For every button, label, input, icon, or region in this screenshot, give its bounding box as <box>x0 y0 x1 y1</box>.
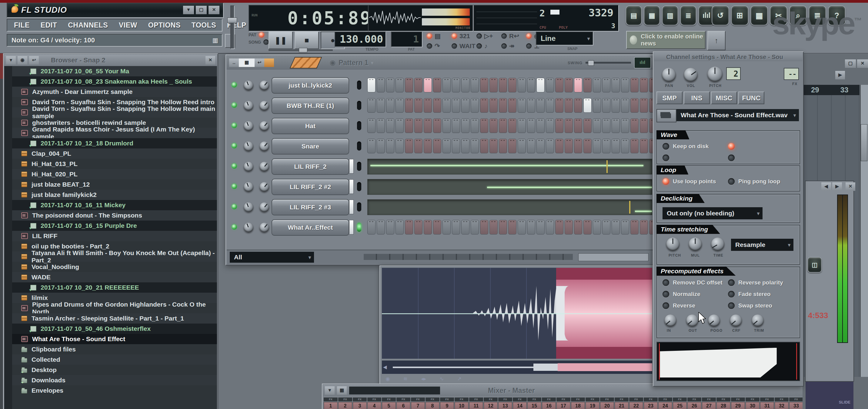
step-cell[interactable] <box>602 98 610 113</box>
step-cell[interactable] <box>630 98 639 113</box>
maximize-button[interactable]: ▢ <box>196 6 207 14</box>
mixer-strip[interactable]: FX32 <box>775 398 788 409</box>
channel-enable-led[interactable] <box>231 123 237 128</box>
browser-header[interactable]: ▾ ◉ ↩ Browser - Snap 2 ✕ <box>4 55 217 66</box>
pitch-range-display[interactable]: 2 <box>726 67 741 80</box>
mixer-strip[interactable]: FX20 <box>600 398 614 409</box>
step-cell[interactable] <box>461 119 469 133</box>
mixer-strip[interactable]: FX16 <box>542 398 556 409</box>
sequencer-header[interactable]: ‥ ▦ ↩ ◉ Pattern 1 ▾ SWING ılıl <box>227 56 654 70</box>
waveform-display[interactable] <box>382 268 652 359</box>
playlist-ruler[interactable]: 2933 <box>804 85 860 95</box>
list-item[interactable]: Tatyana Ali ft Will Smith - Boy You Knoc… <box>12 251 217 262</box>
step-cell[interactable] <box>593 139 601 153</box>
step-cell[interactable] <box>377 139 385 153</box>
restart-button[interactable]: ↺ <box>712 5 729 26</box>
list-item[interactable]: What Are Those - Sound Effect <box>12 334 217 344</box>
browser-close-button[interactable]: ✕ <box>206 56 215 65</box>
list-item[interactable]: The poisoned donut - The Simpsons <box>12 210 217 221</box>
step-cell[interactable] <box>612 98 620 113</box>
sample-file-selector[interactable]: What Are Those - Sound Effect.wav▾ <box>677 109 799 121</box>
step-cell[interactable] <box>433 139 441 153</box>
mixer-strip[interactable]: FX12 <box>484 398 498 409</box>
record-option-led[interactable] <box>501 43 507 49</box>
channel-pan-knob[interactable] <box>244 223 253 232</box>
mixer-strip[interactable]: FX8 <box>426 398 439 409</box>
step-cell[interactable] <box>386 78 394 92</box>
step-cell[interactable] <box>367 78 375 92</box>
swing-slider[interactable] <box>586 62 631 64</box>
menu-item-channels[interactable]: CHANNELS <box>68 21 108 29</box>
channel-pan-knob[interactable] <box>244 121 253 131</box>
step-cell[interactable] <box>508 119 517 133</box>
step-cell[interactable] <box>424 119 432 133</box>
step-cell[interactable] <box>442 78 451 92</box>
list-item[interactable]: 2017-11-07 10_20_21 REEEEEEE <box>12 282 217 293</box>
list-item[interactable]: Clipboard files <box>12 344 217 354</box>
step-cell[interactable] <box>433 220 441 234</box>
step-cell[interactable] <box>583 220 592 234</box>
list-item[interactable]: WADE <box>12 272 217 282</box>
step-cell[interactable] <box>424 220 432 234</box>
step-cell[interactable] <box>471 78 479 92</box>
step-cell[interactable] <box>527 220 535 234</box>
step-cell[interactable] <box>574 119 582 133</box>
list-item[interactable]: Clap_004_PL <box>12 149 217 159</box>
step-cell[interactable] <box>396 220 404 234</box>
record-option-led[interactable] <box>501 33 507 39</box>
pattern-selector-button[interactable]: ▦ <box>239 59 255 67</box>
step-cell[interactable] <box>414 139 423 153</box>
step-cell[interactable] <box>640 78 648 92</box>
step-cell[interactable] <box>593 220 601 234</box>
pause-button[interactable]: ❚❚ <box>269 32 293 49</box>
mixer-strip[interactable]: FX17 <box>556 398 570 409</box>
step-cell[interactable] <box>536 78 545 92</box>
step-cell[interactable] <box>490 220 498 234</box>
step-cell[interactable] <box>565 220 573 234</box>
pattern-number-display[interactable]: 1 <box>391 32 423 47</box>
fx-display[interactable]: -- <box>784 68 799 80</box>
step-cell[interactable] <box>508 78 517 92</box>
step-cell[interactable] <box>518 98 526 113</box>
mixer-strip[interactable]: FX3 <box>353 398 367 409</box>
browser-target-button[interactable]: ◉ <box>18 56 27 65</box>
channel-volume-knob[interactable] <box>259 182 269 192</box>
channel-volume-knob[interactable] <box>259 162 269 171</box>
step-cell[interactable] <box>480 78 488 92</box>
step-cell[interactable] <box>536 139 545 153</box>
stretch-mode-selector[interactable]: Resample▾ <box>731 239 794 251</box>
channel-mute-led[interactable] <box>357 121 361 130</box>
step-cell[interactable] <box>574 139 582 153</box>
list-item[interactable]: 2017-11-07 10_06_55 Your Ma <box>12 66 217 76</box>
channel-button[interactable]: LIL RIFF_2 #3 <box>272 199 349 215</box>
list-item[interactable]: Envelopes <box>12 385 217 396</box>
plugin-close-button[interactable]: ✕ <box>845 182 855 191</box>
pattern-minimap[interactable] <box>364 254 573 260</box>
step-cell[interactable] <box>386 119 394 133</box>
channel-select-bar[interactable] <box>349 159 354 174</box>
option-led[interactable] <box>662 291 669 297</box>
step-cell[interactable] <box>555 78 563 92</box>
option-led[interactable] <box>662 178 669 185</box>
step-cell[interactable] <box>490 139 498 153</box>
step-cell[interactable] <box>593 98 601 113</box>
mixer-strip[interactable]: FX33 <box>789 398 803 409</box>
list-item[interactable]: Pipes and Drums of the Gordon Highlander… <box>12 303 217 313</box>
channel-mute-led[interactable] <box>357 223 361 232</box>
channel-enable-led[interactable] <box>231 102 237 108</box>
option-led[interactable] <box>728 155 735 161</box>
step-cell[interactable] <box>546 98 554 113</box>
step-cell[interactable] <box>583 139 592 153</box>
mixer-strip[interactable]: FX31 <box>760 398 774 409</box>
record-option-led[interactable] <box>476 43 482 49</box>
channel-pan-knob[interactable] <box>244 162 253 171</box>
pattern-title[interactable]: Pattern 1 <box>339 59 368 67</box>
step-cell[interactable] <box>396 98 404 113</box>
step-cell[interactable] <box>405 78 413 92</box>
step-cell[interactable] <box>442 98 451 113</box>
step-cell[interactable] <box>386 98 394 113</box>
playlist-scrollbar[interactable] <box>860 85 868 377</box>
step-cell[interactable] <box>490 78 498 92</box>
step-cell[interactable] <box>546 220 554 234</box>
list-item[interactable]: Downloads <box>12 375 217 385</box>
